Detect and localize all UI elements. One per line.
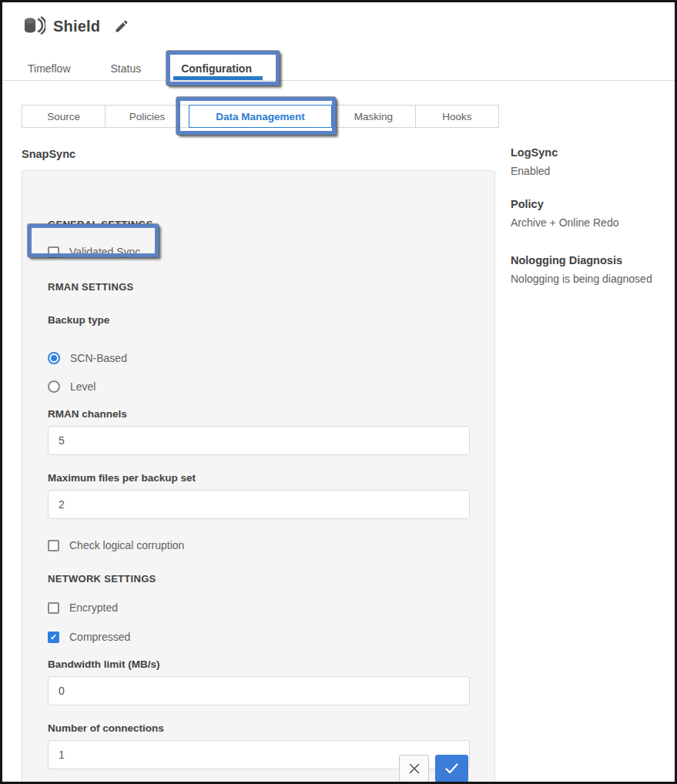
edit-pencil-icon[interactable] (114, 18, 129, 34)
snapsync-heading: SnapSync (22, 148, 75, 160)
scn-based-radio[interactable] (48, 352, 60, 364)
rman-channels-label: RMAN channels (48, 408, 468, 420)
logsync-block: LogSync Enabled (511, 146, 677, 179)
bandwidth-limit-input[interactable] (48, 676, 470, 705)
confirm-check-icon (445, 763, 458, 774)
policy-heading: Policy (511, 198, 677, 210)
validated-sync-row[interactable]: Validated Sync (48, 246, 468, 258)
encrypted-row[interactable]: Encrypted (48, 601, 468, 614)
subtab-label: Source (47, 111, 80, 122)
subtab-label: Masking (354, 111, 393, 122)
tab-configuration[interactable]: Configuration (181, 62, 252, 75)
subtab-data-management[interactable]: Data Management (189, 105, 333, 128)
nologging-block: Nologging Diagnosis Nologging is being d… (511, 254, 677, 287)
subtab-label: Hooks (442, 111, 471, 122)
tab-divider (2, 80, 675, 81)
subtab-hooks[interactable]: Hooks (415, 105, 499, 128)
rman-channels-input[interactable] (48, 426, 470, 455)
nologging-value: Nologging is being diagnosed (511, 272, 677, 287)
dsource-database-icon (22, 15, 45, 38)
page: Shield Timeflow Status Configuration Sou… (0, 0, 677, 784)
close-icon (408, 762, 421, 775)
compressed-label: Compressed (69, 631, 130, 643)
encrypted-label: Encrypted (69, 601, 118, 614)
rman-settings-header: RMAN SETTINGS (48, 281, 468, 293)
validated-sync-label: Validated Sync (69, 246, 140, 258)
general-settings-header: GENERAL SETTINGS (48, 219, 468, 230)
compressed-row[interactable]: Compressed (48, 631, 468, 643)
validated-sync-checkbox[interactable] (48, 246, 59, 258)
backup-type-option-level[interactable]: Level (48, 380, 468, 393)
page-header: Shield (22, 15, 129, 38)
subtab-label: Data Management (216, 111, 305, 122)
page-title: Shield (53, 18, 100, 35)
logsync-heading: LogSync (511, 146, 677, 159)
subtab-masking[interactable]: Masking (331, 105, 415, 128)
level-radio[interactable] (48, 380, 60, 393)
logsync-value: Enabled (511, 164, 677, 179)
check-logical-corruption-label: Check logical corruption (69, 539, 184, 551)
policy-value: Archive + Online Redo (511, 216, 677, 231)
check-logical-corruption-row[interactable]: Check logical corruption (48, 539, 468, 551)
scn-based-label: SCN-Based (70, 352, 127, 364)
confirm-button[interactable] (435, 755, 468, 782)
subtab-label: Policies (129, 111, 166, 122)
panel-actions (399, 755, 468, 782)
max-files-input[interactable] (48, 490, 470, 519)
tab-bar: Timeflow Status Configuration (28, 62, 252, 75)
num-connections-label: Number of connections (48, 722, 468, 734)
tab-status[interactable]: Status (111, 62, 142, 75)
policy-block: Policy Archive + Online Redo (511, 198, 677, 231)
cancel-button[interactable] (399, 755, 429, 782)
backup-type-option-scn[interactable]: SCN-Based (48, 352, 468, 364)
check-logical-corruption-checkbox[interactable] (48, 540, 59, 551)
level-label: Level (70, 380, 96, 393)
bandwidth-limit-label: Bandwidth limit (MB/s) (48, 658, 468, 670)
subtab-source[interactable]: Source (22, 105, 106, 128)
subtab-bar: Source Policies Data Management Masking … (22, 105, 499, 128)
max-files-label: Maximum files per backup set (48, 472, 468, 484)
backup-type-label: Backup type (48, 314, 468, 326)
encrypted-checkbox[interactable] (48, 602, 59, 614)
subtab-policies[interactable]: Policies (105, 105, 189, 128)
snapsync-panel: GENERAL SETTINGS Validated Sync RMAN SET… (22, 170, 495, 784)
tab-timeflow[interactable]: Timeflow (28, 62, 71, 75)
network-settings-header: NETWORK SETTINGS (48, 573, 468, 585)
nologging-heading: Nologging Diagnosis (511, 254, 677, 266)
compressed-checkbox[interactable] (48, 632, 59, 643)
info-column: LogSync Enabled Policy Archive + Online … (511, 146, 677, 287)
